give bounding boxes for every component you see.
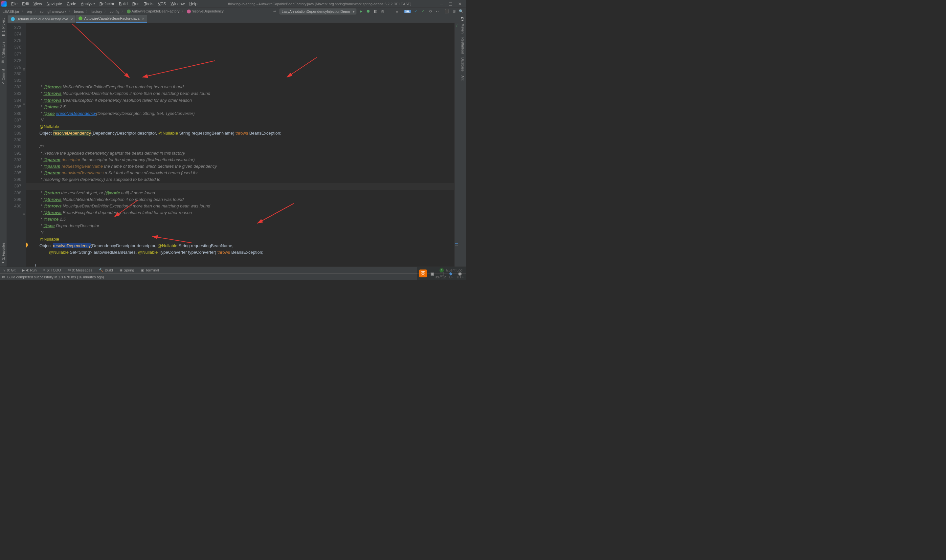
code-line-394[interactable]: * @see DependencyDescriptor (30, 223, 454, 229)
tool-project[interactable]: ▮1: Project (1, 16, 6, 39)
fold-icon[interactable]: ⊟ (23, 212, 25, 216)
code-editor[interactable]: 3733743753763773783793803813823833843853… (7, 23, 459, 266)
code-line-376[interactable]: * @since 2.5 (30, 104, 454, 110)
menu-view[interactable]: View (32, 1, 44, 7)
close-tab-icon[interactable]: × (71, 17, 73, 22)
crumb-2[interactable]: springframework (39, 9, 67, 14)
code-line-390[interactable]: * @throws NoSuchBeanDefinitionException … (30, 196, 454, 203)
tab-AutowireCapableBeanFactory.java[interactable]: AutowireCapableBeanFactory.java× (76, 15, 147, 23)
code-line-391[interactable]: * @throws NoUniqueBeanDefinitionExceptio… (30, 203, 454, 209)
close-button[interactable]: ✕ (458, 1, 462, 6)
menu-vcs[interactable]: VCS (156, 1, 168, 7)
back-icon[interactable]: ↩ (272, 9, 277, 14)
code-line-385[interactable]: * @param requestingBeanName the name of … (30, 163, 454, 170)
build-icon[interactable]: ⬛ (444, 9, 449, 14)
code-line-381[interactable] (30, 137, 454, 143)
menu-tools[interactable]: Tools (142, 1, 156, 7)
crumb-7[interactable]: resolveDependency (186, 9, 224, 14)
menu-code[interactable]: Code (65, 1, 78, 7)
code-line-389[interactable]: * @return the resolved object, or {@code… (30, 190, 454, 196)
commit-icon[interactable]: ✓ (420, 9, 425, 14)
code-line-382[interactable]: /** (30, 143, 454, 150)
profile-icon[interactable]: ◷ (380, 9, 385, 14)
code-content[interactable]: * @throws NoSuchBeanDefinitionException … (26, 23, 454, 266)
maven-icon[interactable]: m (459, 16, 466, 22)
minimize-button[interactable]: ─ (440, 1, 443, 6)
code-line-399[interactable] (30, 256, 454, 262)
code-line-373[interactable]: * @throws NoSuchBeanDefinitionException … (30, 84, 454, 90)
structure-icon[interactable]: ⊞ (451, 9, 456, 14)
tray-icon[interactable]: ◆ (447, 269, 455, 277)
menu-navigate[interactable]: Navigate (45, 1, 64, 7)
menu-analyze[interactable]: Analyze (79, 1, 97, 7)
bottom-tool-run[interactable]: ▶4: Run (19, 267, 40, 274)
fold-icon[interactable]: ⊟ (23, 102, 25, 106)
code-line-400[interactable]: } (30, 262, 454, 266)
bottom-tool-todo[interactable]: ≡6: TODO (40, 267, 65, 274)
run-icon[interactable]: ▶ (358, 9, 364, 14)
code-line-397[interactable]: ●↓ Object resolveDependency(DependencyDe… (30, 243, 454, 249)
code-line-398[interactable]: @Nullable Set<String> autowiredBeanNames… (30, 249, 454, 256)
close-tab-icon[interactable]: × (142, 16, 145, 21)
crumb-3[interactable]: beans (73, 9, 85, 14)
maximize-button[interactable]: ☐ (448, 1, 453, 6)
code-line-393[interactable]: * @since 2.5 (30, 216, 454, 223)
history-icon[interactable]: ⟲ (427, 9, 433, 14)
file-icon (11, 17, 15, 21)
run-configuration-selector[interactable]: LazyAnnotationDependencyInjectionDemo (279, 9, 356, 14)
line-number: 384 (8, 97, 22, 104)
code-line-378[interactable]: */ (30, 117, 454, 123)
tool-maven[interactable]: Maven (460, 22, 465, 35)
tool-structure[interactable]: ⊞7: Structure (1, 40, 6, 66)
coverage-icon[interactable]: ◧ (373, 9, 378, 14)
menu-help[interactable]: Help (187, 1, 199, 7)
search-icon[interactable]: 🔍 (459, 9, 464, 14)
update-icon[interactable]: ✓ (413, 9, 418, 14)
menu-refactor[interactable]: Refactor (97, 1, 116, 7)
tool-database[interactable]: Database (460, 55, 465, 74)
debug-icon[interactable]: ⬢ (365, 9, 371, 14)
crumb-1[interactable]: org (26, 9, 33, 14)
code-line-380[interactable]: ●↓ Object resolveDependency(DependencyDe… (30, 130, 454, 137)
crumb-4[interactable]: factory (91, 9, 103, 14)
rollback-icon[interactable]: ⤺ (434, 9, 440, 14)
tool-favorites[interactable]: ★2: Favorites (1, 241, 6, 266)
code-line-379[interactable]: @Nullable (30, 123, 454, 130)
code-line-383[interactable]: * Resolve the specified dependency again… (30, 150, 454, 157)
tool-commit[interactable]: ✓Commit (1, 67, 6, 87)
attach-icon[interactable]: ⋯ (387, 9, 393, 14)
code-line-392[interactable]: * @throws BeansException if dependency r… (30, 209, 454, 216)
menu-file[interactable]: File (9, 1, 19, 7)
bottom-tool-git[interactable]: ⑂9: Git (0, 267, 19, 274)
tray-icon[interactable]: ⬚ (438, 269, 445, 277)
scrollbar[interactable]: ✓ (454, 23, 459, 266)
bottom-tool-spring[interactable]: ❀Spring (116, 267, 138, 274)
menu-build[interactable]: Build (117, 1, 130, 7)
code-line-395[interactable]: */ (30, 229, 454, 236)
code-line-384[interactable]: * @param descriptor the descriptor for t… (30, 157, 454, 163)
fold-icon[interactable]: ⊟ (23, 67, 25, 72)
code-line-375[interactable]: * @throws BeansException if dependency r… (30, 97, 454, 104)
tray-icon[interactable]: ▣ (428, 269, 436, 277)
tab-DefaultListableBeanFactory.java[interactable]: DefaultListableBeanFactory.java× (8, 15, 76, 23)
menu-edit[interactable]: Edit (20, 1, 31, 7)
code-line-396[interactable]: @Nullable (30, 236, 454, 243)
bottom-tool-build[interactable]: 🔨Build (96, 267, 116, 274)
crumb-0[interactable]: LEASE.jar (2, 9, 20, 14)
menu-window[interactable]: Window (168, 1, 186, 7)
bottom-tool-messages[interactable]: ✉0: Messages (65, 267, 96, 274)
code-line-387[interactable]: * resolving the given dependency) are su… (30, 176, 454, 183)
tool-restfultool[interactable]: RestfulTool (460, 35, 465, 55)
code-line-386[interactable]: * @param autowiredBeanNames a Set that a… (30, 170, 454, 176)
tray-icon[interactable]: ◉ (456, 269, 464, 277)
status-icon[interactable]: ▭ (2, 275, 5, 279)
menu-run[interactable]: Run (130, 1, 142, 7)
code-line-374[interactable]: * @throws NoUniqueBeanDefinitionExceptio… (30, 90, 454, 97)
code-line-377[interactable]: * @see #resolveDependency(DependencyDesc… (30, 110, 454, 117)
crumb-5[interactable]: config (109, 9, 120, 14)
ime-icon[interactable]: 英 (419, 269, 427, 277)
crumb-6[interactable]: AutowireCapableBeanFactory (126, 9, 180, 14)
intention-bulb-icon[interactable] (26, 242, 29, 248)
tool-ant[interactable]: Ant (460, 74, 465, 82)
bottom-tool-terminal[interactable]: ▣Terminal (137, 267, 162, 274)
